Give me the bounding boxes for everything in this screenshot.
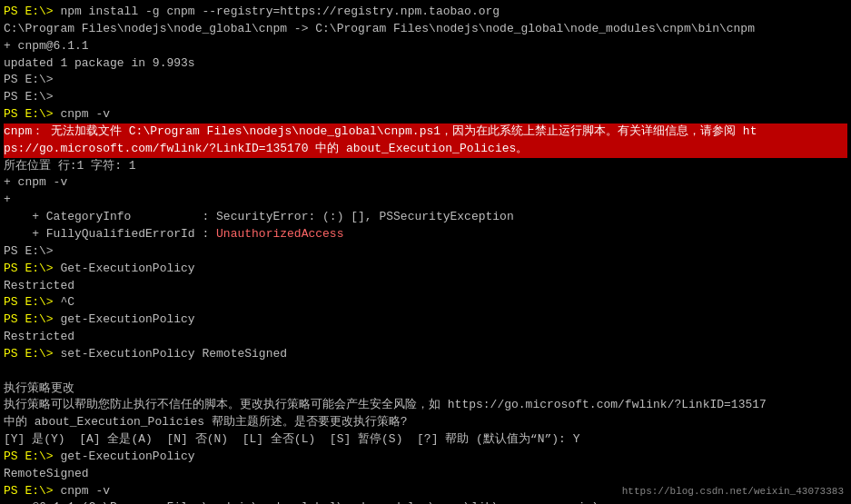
policy-desc-1: 执行策略可以帮助您防止执行不信任的脚本。更改执行策略可能会产生安全风险，如 ht… xyxy=(4,397,847,414)
prompt-g1: PS E:\> xyxy=(4,262,54,275)
cmd-v2: cnpm -v xyxy=(54,484,110,498)
plus-line: + xyxy=(4,192,847,209)
prompt-g2: PS E:\> xyxy=(4,312,54,326)
line-5: PS E:\> xyxy=(4,72,847,89)
prompt-7: PS E:\> xyxy=(4,107,54,121)
watermark: https://blog.csdn.net/weixin_43073383 xyxy=(622,486,844,497)
cnpm-retry-line: + cnpm -v xyxy=(4,174,847,192)
get-exec-after: PS E:\> get-ExecutionPolicy xyxy=(4,449,847,466)
blank-line-1 xyxy=(4,363,847,380)
blank-ps-1: PS E:\> xyxy=(4,243,847,261)
line-6: PS E:\> xyxy=(4,89,847,106)
prompt-g3: PS E:\> xyxy=(4,450,54,463)
get-exec-policy-line: PS E:\> Get-ExecutionPolicy xyxy=(4,261,847,278)
policy-change-title: 执行策略更改 xyxy=(4,380,847,398)
line-7: PS E:\> cnpm -v xyxy=(4,106,847,124)
prompt-1: PS E:\> xyxy=(4,5,54,18)
cmd-g1: Get-ExecutionPolicy xyxy=(54,262,195,275)
category-info-line: + CategoryInfo : SecurityError: (:) [], … xyxy=(4,209,847,226)
line-3: + cnpm@6.1.1 xyxy=(4,38,847,55)
error-line-2: ps://go.microsoft.com/fwlink/?LinkID=135… xyxy=(4,141,847,158)
fqeid-line: + FullyQualifiedErrorId : UnauthorizedAc… xyxy=(4,226,847,243)
set-exec-policy-line: PS E:\> set-ExecutionPolicy RemoteSigned xyxy=(4,346,847,363)
cmd-c: ^C xyxy=(54,295,74,309)
cmd-g2: get-ExecutionPolicy xyxy=(54,312,195,326)
terminal-window: PS E:\> npm install -g cnpm --registry=h… xyxy=(0,0,851,504)
prompt-v2: PS E:\> xyxy=(4,484,54,498)
cnpm-version-1: cnpm@6.1.1 (C:\Program Files\nodejs\node… xyxy=(4,499,847,504)
error-line-1: cnpm： 无法加载文件 C:\Program Files\nodejs\nod… xyxy=(4,124,847,141)
line-2: C:\Program Files\nodejs\node_global\cnpm… xyxy=(4,21,847,38)
line-1: PS E:\> npm install -g cnpm --registry=h… xyxy=(4,4,847,21)
ctrl-c-line: PS E:\> ^C xyxy=(4,294,847,311)
remote-signed: RemoteSigned xyxy=(4,466,847,483)
restricted-1: Restricted xyxy=(4,278,847,295)
line-4: updated 1 package in 9.993s xyxy=(4,55,847,73)
policy-desc-2: 中的 about_Execution_Policies 帮助主题所述。是否要更改… xyxy=(4,414,847,431)
restricted-2: Restricted xyxy=(4,329,847,346)
cmd-7: cnpm -v xyxy=(54,107,110,121)
cmd-s1: set-ExecutionPolicy RemoteSigned xyxy=(54,347,287,361)
prompt-s1: PS E:\> xyxy=(4,347,54,361)
yes-no-prompt: [Y] 是(Y) [A] 全是(A) [N] 否(N) [L] 全否(L) [S… xyxy=(4,431,847,449)
prompt-c: PS E:\> xyxy=(4,295,54,309)
cmd-g3: get-ExecutionPolicy xyxy=(54,450,195,463)
location-line: 所在位置 行:1 字符: 1 xyxy=(4,158,847,175)
get-exec-policy-2: PS E:\> get-ExecutionPolicy xyxy=(4,311,847,329)
cmd-1: npm install -g cnpm --registry=https://r… xyxy=(54,5,500,18)
